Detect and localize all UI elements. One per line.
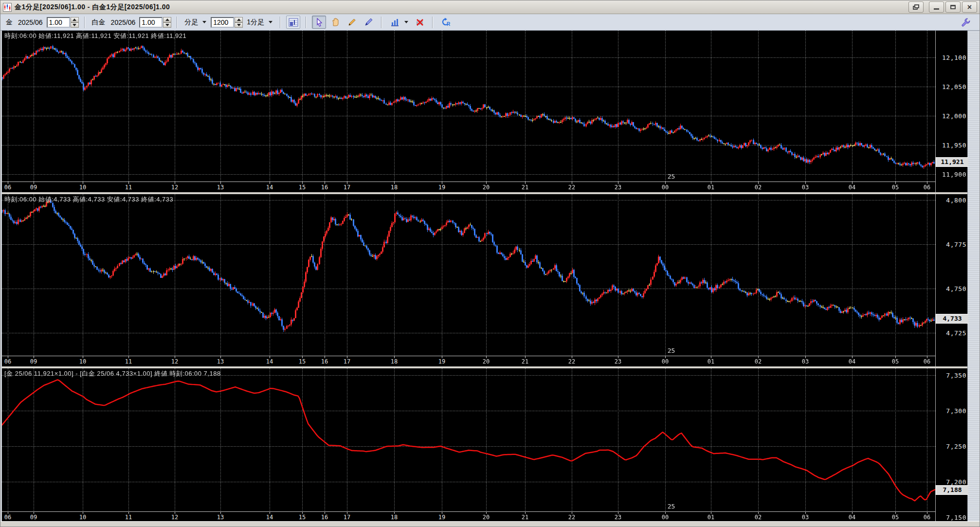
pen-draw-icon	[364, 18, 373, 27]
svg-text:R: R	[447, 21, 451, 27]
time-tick-label: 06	[4, 184, 11, 191]
time-tick-label: 02	[755, 184, 762, 191]
hand-pan-icon	[331, 18, 340, 27]
platinum-ratio-input[interactable]	[139, 17, 163, 28]
time-tick-label: 12	[171, 514, 178, 521]
time-tick-label: 15	[299, 358, 306, 365]
time-tick-label: 17	[344, 514, 350, 521]
platinum-chart-panel: 時刻:06:00 始値:4,733 高値:4,733 安値:4,733 終値:4…	[2, 194, 968, 366]
time-tick-label: 04	[849, 184, 855, 191]
gold-ratio-input[interactable]	[47, 17, 70, 28]
toolbar: 金 2025/06 白金 2025/06 分足 1分足	[0, 14, 980, 31]
price-tick-label: 12,050	[942, 83, 966, 91]
time-tick-label: 23	[615, 184, 621, 191]
gold-label: 金	[6, 18, 13, 27]
spread-line-chart[interactable]	[2, 368, 935, 511]
price-tick-label: 7,300	[946, 407, 966, 415]
window-title: 金1分足[2025/06]1.00 - 白金1分足[2025/06]1.00	[15, 3, 170, 12]
toolbar-separator	[381, 17, 382, 28]
time-tick-label: 09	[30, 184, 37, 191]
time-tick-label: 10	[79, 514, 86, 521]
refresh-button[interactable]: R	[438, 16, 453, 29]
chart-settings-button[interactable]	[286, 16, 300, 29]
bar-count-down-button[interactable]	[235, 22, 243, 28]
gold-candlestick-chart[interactable]	[2, 31, 935, 182]
spread-time-axis: 0609101112131415161718192021222300010203…	[2, 511, 936, 522]
spread-formula-readout: [金 25/06 11,921×1.00] - [白金 25/06 4,733×…	[4, 369, 221, 378]
select-cursor-button[interactable]	[312, 16, 326, 29]
price-tick-label: 4,750	[946, 285, 966, 292]
close-button[interactable]: ×	[962, 1, 977, 13]
time-tick-label: 00	[662, 358, 669, 365]
bar-chart-type-button[interactable]	[387, 16, 401, 29]
platinum-candlestick-chart[interactable]	[2, 194, 935, 356]
time-tick-label: 03	[802, 184, 809, 191]
time-tick-label: 21	[522, 514, 528, 521]
window-frame-left	[0, 31, 2, 521]
price-tick-label: 7,250	[946, 442, 966, 450]
gold-plot-area: 時刻:06:00 始値:11,921 高値:11,921 安値:11,921 終…	[2, 31, 936, 182]
time-tick-label: 15	[299, 184, 306, 191]
float-window-icon	[913, 4, 919, 10]
select-cursor-icon	[315, 18, 324, 27]
gold-month: 2025/06	[18, 18, 43, 26]
hand-pan-button[interactable]	[328, 16, 343, 29]
toolbar-separator	[306, 17, 307, 28]
bar-count-input[interactable]	[211, 17, 234, 28]
price-tick-label: 12,100	[942, 54, 966, 61]
spread-plot-area: [金 25/06 11,921×1.00] - [白金 25/06 4,733×…	[2, 368, 936, 511]
chevron-down-icon[interactable]	[202, 21, 206, 23]
chevron-down-icon[interactable]	[404, 21, 408, 23]
time-tick-label: 09	[30, 514, 37, 521]
window-frame-right	[967, 31, 980, 521]
time-tick-label: 16	[321, 184, 328, 191]
gold-ratio-down-button[interactable]	[71, 22, 79, 28]
time-tick-label: 20	[483, 514, 490, 521]
platinum-month: 2025/06	[111, 18, 136, 26]
pen-draw-button[interactable]	[362, 16, 376, 29]
time-tick-label: 21	[522, 358, 528, 365]
time-tick-label: 11	[125, 514, 132, 521]
time-tick-label: 10	[79, 358, 86, 365]
delete-drawings-button[interactable]	[413, 16, 427, 29]
time-tick-label: 17	[344, 358, 350, 365]
platinum-ratio-spinbox	[139, 17, 171, 28]
gold-ratio-up-button[interactable]	[71, 17, 79, 22]
platinum-ratio-up-button[interactable]	[163, 17, 171, 22]
time-tick-label: 05	[892, 514, 899, 521]
time-tick-label: 16	[321, 358, 328, 365]
float-window-button[interactable]	[908, 1, 924, 13]
minimize-icon	[934, 8, 939, 10]
bar-type-dropdown[interactable]: 分足	[184, 18, 198, 27]
bar-count-up-button[interactable]	[235, 17, 243, 22]
date-label: 25	[668, 173, 675, 180]
maximize-icon	[950, 5, 956, 9]
platinum-label: 白金	[92, 18, 106, 27]
time-tick-label: 12	[171, 184, 178, 191]
time-tick-label: 17	[344, 184, 350, 191]
chart-settings-icon	[289, 18, 298, 27]
time-tick-label: 01	[708, 358, 714, 365]
price-tick-label: 4,800	[946, 197, 966, 204]
price-tick-label: 12,000	[942, 112, 966, 120]
maximize-button[interactable]	[945, 1, 961, 13]
time-tick-label: 05	[892, 358, 899, 365]
minimize-button[interactable]	[929, 1, 944, 13]
time-tick-label: 23	[615, 358, 621, 365]
wrench-settings-button[interactable]	[959, 16, 973, 29]
platinum-time-axis: 0609101112131415161718192021222300010203…	[2, 356, 936, 366]
time-tick-label: 22	[568, 184, 575, 191]
last-price-badge: 4,733	[936, 314, 968, 324]
price-tick-label: 11,950	[942, 142, 966, 149]
chevron-down-icon[interactable]	[269, 21, 272, 23]
platinum-ratio-down-button[interactable]	[163, 22, 171, 28]
time-tick-label: 19	[438, 514, 445, 521]
interval-dropdown[interactable]: 1分足	[247, 18, 264, 27]
time-tick-label: 01	[708, 184, 714, 191]
time-tick-label: 04	[849, 358, 855, 365]
time-tick-label: 05	[892, 184, 899, 191]
platinum-plot-area: 時刻:06:00 始値:4,733 高値:4,733 安値:4,733 終値:4…	[2, 194, 936, 356]
pencil-draw-button[interactable]	[345, 16, 359, 29]
refresh-icon: R	[440, 18, 451, 27]
date-label: 25	[668, 503, 675, 510]
